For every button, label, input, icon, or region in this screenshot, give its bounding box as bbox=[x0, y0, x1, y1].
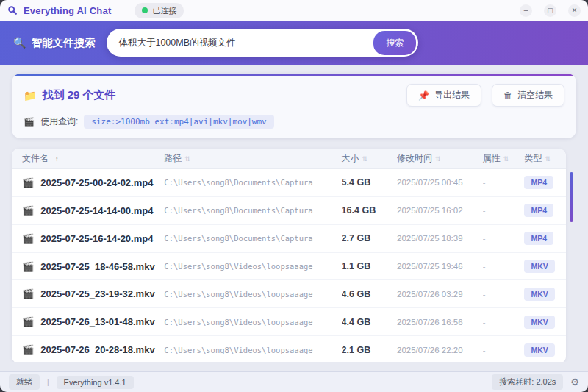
file-size: 2.7 GB bbox=[342, 233, 371, 243]
clapperboard-icon: 🎬 bbox=[24, 117, 35, 127]
app-logo-icon bbox=[7, 5, 18, 15]
clear-results-label: 清空结果 bbox=[517, 89, 553, 101]
file-size: 4.4 GB bbox=[342, 317, 371, 327]
table-row[interactable]: 🎬 2025-07-26_13-01-48.mkv C:\Users\song8… bbox=[12, 308, 566, 336]
main-content: 📁 找到 29 个文件 📌 导出结果 🗑 清空结果 🎬 使用查询: bbox=[0, 65, 588, 362]
minimize-button[interactable]: − bbox=[520, 4, 532, 17]
file-modified-time: 2025/07/25 00:45 bbox=[397, 178, 463, 187]
file-video-icon: 🎬 bbox=[22, 261, 34, 272]
file-video-icon: 🎬 bbox=[22, 316, 34, 327]
settings-gear-icon[interactable]: ⚙ bbox=[570, 377, 579, 388]
results-table: 文件名↑路径⇅大小⇅修改时间⇅属性⇅类型⇅ 🎬 2025-07-25-00-24… bbox=[12, 149, 566, 362]
file-path: C:\Users\song8\Documents\Captura bbox=[164, 206, 312, 215]
table-body: 🎬 2025-07-25-00-24-02.mp4 C:\Users\song8… bbox=[12, 169, 566, 362]
file-attributes: - bbox=[483, 318, 486, 327]
file-path: C:\Users\song8\Videos\loopsaaage bbox=[164, 290, 312, 299]
file-attributes: - bbox=[483, 346, 486, 354]
file-video-icon: 🎬 bbox=[22, 344, 34, 355]
table-row[interactable]: 🎬 2025-07-25-14-14-00.mp4 C:\Users\song8… bbox=[12, 197, 566, 225]
file-path: C:\Users\song8\Videos\loopsaaage bbox=[164, 318, 312, 327]
close-button[interactable]: ✕ bbox=[568, 4, 581, 17]
trash-icon: 🗑 bbox=[503, 90, 512, 101]
file-type-badge: MP4 bbox=[524, 232, 553, 245]
column-header-2[interactable]: 大小⇅ bbox=[342, 152, 397, 165]
status-version-badge: Everything v1.4.1 bbox=[57, 376, 134, 389]
file-size: 4.6 GB bbox=[342, 289, 371, 299]
file-path: C:\Users\song8\Videos\loopsaaage bbox=[164, 262, 312, 271]
column-header-4[interactable]: 属性⇅ bbox=[483, 152, 525, 165]
file-modified-time: 2025/07/26 16:56 bbox=[397, 318, 463, 327]
file-size: 1.1 GB bbox=[342, 261, 371, 271]
results-header: 📁 找到 29 个文件 📌 导出结果 🗑 清空结果 bbox=[24, 84, 564, 107]
file-type-badge: MKV bbox=[524, 288, 554, 301]
file-name: 2025-07-25-14-14-00.mp4 bbox=[40, 205, 153, 216]
search-button[interactable]: 搜索 bbox=[373, 31, 416, 55]
sort-icon: ↑ bbox=[55, 155, 59, 163]
column-label: 类型 bbox=[524, 152, 542, 165]
folder-icon: 📁 bbox=[24, 90, 36, 101]
file-modified-time: 2025/07/26 03:29 bbox=[397, 290, 463, 299]
column-label: 路径 bbox=[164, 152, 182, 165]
search-input[interactable] bbox=[118, 38, 373, 48]
clear-results-button[interactable]: 🗑 清空结果 bbox=[492, 84, 564, 107]
column-header-3[interactable]: 修改时间⇅ bbox=[397, 152, 483, 165]
file-type-badge: MKV bbox=[524, 260, 554, 273]
file-attributes: - bbox=[483, 178, 486, 187]
file-video-icon: 🎬 bbox=[22, 205, 34, 216]
file-name: 2025-07-25_18-46-58.mkv bbox=[40, 261, 154, 272]
titlebar: Everything AI Chat 已连接 − ▢ ✕ bbox=[0, 0, 588, 21]
search-icon: 🔍 bbox=[13, 37, 26, 49]
status-ready-badge: 就绪 bbox=[9, 374, 40, 390]
column-label: 文件名 bbox=[22, 152, 49, 165]
sort-icon: ⇅ bbox=[184, 155, 190, 163]
query-used-row: 🎬 使用查询: size:>1000mb ext:mp4|avi|mkv|mov… bbox=[24, 115, 564, 129]
search-box: 搜索 bbox=[107, 29, 418, 57]
file-video-icon: 🎬 bbox=[22, 177, 34, 188]
sort-icon: ⇅ bbox=[435, 155, 441, 163]
column-header-1[interactable]: 路径⇅ bbox=[164, 152, 341, 165]
sort-icon: ⇅ bbox=[545, 155, 551, 163]
results-summary-card: 📁 找到 29 个文件 📌 导出结果 🗑 清空结果 🎬 使用查询: bbox=[12, 74, 576, 138]
file-name: 2025-07-26_20-28-18.mkv bbox=[40, 344, 154, 355]
table-row[interactable]: 🎬 2025-07-25-00-24-02.mp4 C:\Users\song8… bbox=[12, 169, 566, 197]
maximize-button[interactable]: ▢ bbox=[544, 4, 556, 17]
connection-status-label: 已连接 bbox=[152, 5, 176, 16]
pushpin-icon: 📌 bbox=[418, 90, 429, 101]
file-size: 2.1 GB bbox=[342, 345, 371, 355]
scrollbar-thumb[interactable] bbox=[570, 172, 573, 222]
table-row[interactable]: 🎬 2025-07-25_18-46-58.mkv C:\Users\song8… bbox=[12, 253, 566, 281]
query-used-label: 使用查询: bbox=[40, 115, 78, 128]
file-attributes: - bbox=[483, 262, 486, 271]
results-actions: 📌 导出结果 🗑 清空结果 bbox=[406, 84, 564, 107]
file-modified-time: 2025/07/26 22:20 bbox=[397, 346, 463, 354]
table-header-row: 文件名↑路径⇅大小⇅修改时间⇅属性⇅类型⇅ bbox=[12, 149, 566, 169]
file-type-badge: MKV bbox=[524, 343, 554, 357]
file-name: 2025-07-26_13-01-48.mkv bbox=[40, 316, 154, 327]
app-title: Everything AI Chat bbox=[24, 5, 111, 16]
export-results-button[interactable]: 📌 导出结果 bbox=[406, 84, 481, 107]
file-video-icon: 🎬 bbox=[22, 233, 34, 244]
sort-icon: ⇅ bbox=[503, 155, 509, 163]
file-type-badge: MP4 bbox=[524, 204, 553, 217]
sort-icon: ⇅ bbox=[362, 155, 368, 163]
column-header-5[interactable]: 类型⇅ bbox=[524, 152, 566, 165]
table-row[interactable]: 🎬 2025-07-26_20-28-18.mkv C:\Users\song8… bbox=[12, 336, 566, 362]
status-search-time-badge: 搜索耗时: 2.02s bbox=[492, 374, 563, 390]
file-path: C:\Users\song8\Documents\Captura bbox=[164, 234, 312, 243]
file-name: 2025-07-25-16-14-20.mp4 bbox=[40, 233, 153, 244]
file-modified-time: 2025/07/25 16:02 bbox=[397, 206, 463, 215]
table-row[interactable]: 🎬 2025-07-25-16-14-20.mp4 C:\Users\song8… bbox=[12, 225, 566, 253]
query-code-chip: size:>1000mb ext:mp4|avi|mkv|mov|wmv bbox=[84, 115, 273, 129]
file-video-icon: 🎬 bbox=[22, 288, 34, 299]
file-attributes: - bbox=[483, 290, 486, 299]
column-header-0[interactable]: 文件名↑ bbox=[12, 152, 164, 165]
file-modified-time: 2025/07/25 19:46 bbox=[397, 262, 463, 271]
search-section: 🔍 智能文件搜索 搜索 bbox=[0, 21, 588, 65]
table-row[interactable]: 🎬 2025-07-25_23-19-32.mkv C:\Users\song8… bbox=[12, 280, 566, 308]
file-size: 5.4 GB bbox=[342, 177, 371, 188]
app-window: Everything AI Chat 已连接 − ▢ ✕ 🔍 智能文件搜索 搜索… bbox=[0, 0, 588, 392]
file-modified-time: 2025/07/25 18:39 bbox=[397, 234, 463, 243]
file-type-badge: MKV bbox=[524, 316, 554, 329]
column-label: 修改时间 bbox=[397, 152, 432, 165]
file-type-badge: MP4 bbox=[524, 176, 553, 189]
